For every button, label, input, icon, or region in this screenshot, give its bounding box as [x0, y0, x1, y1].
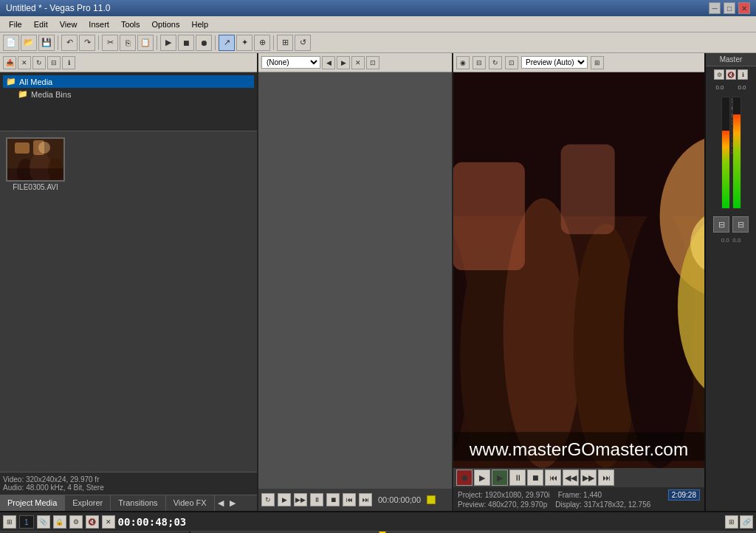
maximize-button[interactable]: □ [724, 2, 735, 14]
timeline-btn6[interactable]: ✕ [102, 515, 115, 529]
media-file-thumb[interactable]: FILE0305.AVI [6, 137, 65, 191]
timeline-btn3[interactable]: 🔒 [53, 515, 66, 529]
trim-controls: ↻ ▶ ▶▶ ⏸ ⏹ ⏮ ⏭ 00:00:00;00 [258, 489, 452, 511]
preview-rewind[interactable]: ⏮ [545, 470, 561, 486]
preview-step-fwd[interactable]: ▶▶ [580, 470, 597, 486]
open-button[interactable]: 📂 [21, 35, 37, 51]
preview-stop[interactable]: ⏹ [527, 470, 543, 486]
preview-toolbar: ◉ ⊟ ↻ ⊡ Preview (Auto) ⊞ [453, 53, 704, 72]
preview-btn2[interactable]: ⊟ [472, 56, 486, 69]
tab-video-fx[interactable]: Video FX [166, 495, 215, 511]
db-label-left: 0.0 [715, 84, 724, 91]
trim-refresh[interactable]: ↻ [261, 493, 275, 506]
trim-prev[interactable]: ⏮ [343, 493, 356, 506]
menu-edit[interactable]: Edit [28, 18, 54, 30]
save-button[interactable]: 💾 [38, 35, 55, 51]
menu-view[interactable]: View [54, 18, 83, 30]
media-tree: 📁 All Media 📁 Media Bins [0, 72, 257, 131]
play-button[interactable]: ▶ [160, 35, 176, 51]
master-btn-left[interactable]: ⊟ [713, 216, 729, 233]
timeline-btn5[interactable]: 🔇 [86, 515, 99, 529]
vu-bar-left [722, 131, 729, 208]
menu-insert[interactable]: Insert [83, 18, 115, 30]
copy-button[interactable]: ⎘ [120, 35, 136, 51]
timeline-btn2[interactable]: 📎 [37, 515, 50, 529]
tab-arrow-right[interactable]: ▶ [227, 495, 238, 511]
trim-btn1[interactable]: ◀ [322, 56, 335, 69]
vu-meter: 3691215182024 [715, 94, 747, 212]
media-props-btn[interactable]: ℹ [62, 56, 75, 69]
svg-point-6 [38, 142, 50, 154]
trim-panel-area: (None) ◀ ▶ ✕ ⊡ ↻ ▶ ▶▶ ⏸ ⏹ ⏮ ⏭ 00:00:00;0… [258, 53, 453, 511]
tree-media-bins[interactable]: 📁 Media Bins [3, 88, 254, 100]
title-bar: Untitled * - Vegas Pro 11.0 ─ □ ✕ [0, 0, 756, 16]
folder-icon: 📁 [6, 77, 16, 86]
tab-transitions[interactable]: Transitions [111, 495, 165, 511]
preview-play2[interactable]: ▶ [492, 470, 508, 486]
trim-timecode: 00:00:00;00 [378, 495, 421, 504]
media-info: Video: 320x240x24, 29.970 fr Audio: 48.0… [0, 472, 257, 495]
tl-snap[interactable]: ⊞ [725, 515, 738, 529]
media-delete-btn[interactable]: ✕ [18, 56, 31, 69]
snap-button[interactable]: ⊞ [277, 35, 293, 51]
toolbar-sep-5 [273, 35, 274, 50]
media-video-info: Video: 320x240x24, 29.970 fr [3, 475, 254, 484]
preview-quality-select[interactable]: Preview (Auto) [521, 56, 588, 69]
preview-grid[interactable]: ⊞ [591, 56, 604, 69]
trim-btn3[interactable]: ✕ [351, 56, 365, 69]
close-button[interactable]: ✕ [738, 2, 750, 14]
trim-pause[interactable]: ⏸ [310, 493, 323, 506]
preview-play1[interactable]: ▶ [474, 470, 490, 486]
preview-ffwd[interactable]: ⏭ [598, 470, 614, 486]
preview-display: www.masterGOmaster.com [453, 72, 704, 468]
media-view-btn[interactable]: ⊟ [47, 56, 61, 69]
record-button[interactable]: ⏺ [196, 35, 212, 51]
loop-button[interactable]: ↺ [295, 35, 311, 51]
preview-info: Project: 1920x1080, 29.970i Frame: 1,440… [453, 487, 704, 511]
menu-help[interactable]: Help [185, 18, 214, 30]
stop-button[interactable]: ⏹ [178, 35, 194, 51]
tab-project-media[interactable]: Project Media [0, 495, 65, 511]
trim-toolbar: (None) ◀ ▶ ✕ ⊡ [258, 53, 452, 72]
trim-play-loop[interactable]: ▶▶ [294, 493, 307, 506]
preview-pause[interactable]: ⏸ [509, 470, 526, 486]
select-tool[interactable]: ↗ [219, 35, 235, 51]
tl-lock[interactable]: 🔗 [740, 515, 753, 529]
redo-button[interactable]: ↷ [79, 35, 95, 51]
trim-btn4[interactable]: ⊡ [366, 56, 379, 69]
new-button[interactable]: 📄 [3, 35, 19, 51]
cut-button[interactable]: ✂ [102, 35, 118, 51]
timeline-btn4[interactable]: ⚙ [69, 515, 83, 529]
paste-button[interactable]: 📋 [137, 35, 154, 51]
preview-record[interactable]: ⏺ [456, 470, 472, 486]
zoom-tool[interactable]: ⊕ [254, 35, 270, 51]
menu-tools[interactable]: Tools [115, 18, 146, 30]
undo-button[interactable]: ↶ [61, 35, 78, 51]
preview-btn3[interactable]: ↻ [489, 56, 502, 69]
master-btn-right[interactable]: ⊟ [732, 216, 749, 233]
media-import-btn[interactable]: 📥 [3, 56, 16, 69]
tab-explorer[interactable]: Explorer [65, 495, 111, 511]
main-area: 📥 ✕ ↻ ⊟ ℹ 📁 All Media 📁 Media Bins [0, 53, 756, 511]
toolbar-sep-2 [98, 35, 99, 50]
trim-next[interactable]: ⏭ [359, 493, 372, 506]
trim-stop[interactable]: ⏹ [326, 493, 340, 506]
trim-btn2[interactable]: ▶ [337, 56, 350, 69]
preview-btn4[interactable]: ⊡ [505, 56, 518, 69]
minimize-button[interactable]: ─ [709, 2, 721, 14]
preview-step-back[interactable]: ◀◀ [563, 470, 579, 486]
master-ctrl2[interactable]: 🔇 [726, 69, 736, 80]
master-ctrl3[interactable]: ℹ [738, 69, 748, 80]
trim-play[interactable]: ▶ [278, 493, 291, 506]
split-tool[interactable]: ✦ [236, 35, 252, 51]
tab-arrow-left[interactable]: ◀ [215, 495, 227, 511]
db-label-right: 0.0 [738, 84, 746, 91]
tree-all-media[interactable]: 📁 All Media [3, 75, 254, 88]
menu-options[interactable]: Options [146, 18, 186, 30]
media-refresh-btn[interactable]: ↻ [32, 56, 46, 69]
master-ctrl1[interactable]: ⚙ [714, 69, 724, 80]
none-select[interactable]: (None) [261, 56, 320, 69]
menu-file[interactable]: File [3, 18, 28, 30]
timeline-btn1[interactable]: ⊞ [3, 515, 16, 529]
preview-btn1[interactable]: ◉ [456, 56, 470, 69]
